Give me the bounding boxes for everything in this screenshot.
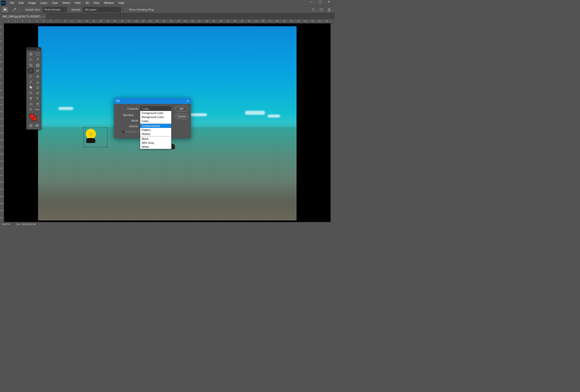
ruler-tick: 28 <box>206 20 208 22</box>
eyedropper-tool[interactable] <box>27 68 34 73</box>
quick-mask-button[interactable] <box>27 123 34 128</box>
ruler-tick: 2 7 <box>0 217 3 218</box>
ruler-horizontal: 0123456789101112131415161718192021222324… <box>4 19 335 23</box>
blur-tool[interactable] <box>34 85 41 90</box>
ruler-tick: 2 0 <box>0 167 3 169</box>
ruler-tick: 10 <box>78 20 81 22</box>
search-icon[interactable] <box>312 8 315 12</box>
workspace-icon[interactable] <box>320 8 323 12</box>
minimize-icon[interactable]: — <box>310 0 313 4</box>
tools-panel-header[interactable]: ◂◂× <box>26 47 41 50</box>
hand-tool[interactable] <box>34 101 41 107</box>
gradient-tool[interactable] <box>27 85 34 90</box>
menu-filter[interactable]: Filter <box>72 0 83 6</box>
clone-stamp-tool[interactable] <box>34 74 41 79</box>
ruler-tick: 9 <box>71 20 72 22</box>
ruler-tick: 31 <box>227 20 229 22</box>
dropdown-option[interactable]: Pattern <box>140 128 171 132</box>
menu-view[interactable]: View <box>91 0 102 6</box>
window-controls: — ▢ ✕ <box>310 0 335 4</box>
menu-window[interactable]: Window <box>102 0 116 6</box>
document-tab-title: IMG_0486.jpg @ 66,7% (RGB/8*) <box>3 15 40 18</box>
menu-select[interactable]: Select <box>60 0 73 6</box>
brush-tool[interactable] <box>27 74 34 79</box>
fg-swatch[interactable] <box>30 114 34 119</box>
svg-rect-1 <box>320 9 323 11</box>
healing-brush-tool[interactable] <box>34 68 41 73</box>
sun-sticker: 🙂 <box>86 129 96 139</box>
show-sampling-ring-checkbox[interactable]: ✓ Show Sampling Ring <box>125 8 153 11</box>
ruler-tick: 21 <box>156 20 158 22</box>
dropdown-option[interactable]: Color... <box>140 119 171 123</box>
menu-help[interactable]: Help <box>116 0 127 6</box>
shape-tool[interactable] <box>27 101 34 107</box>
rect-marquee-tool[interactable] <box>34 51 41 57</box>
dodge-tool[interactable] <box>27 90 34 96</box>
menu-layer[interactable]: Layer <box>38 0 50 6</box>
dropdown-option[interactable]: Black <box>140 137 171 141</box>
ruler-tick: 14 <box>107 20 109 22</box>
ruler-tick: 37 <box>269 20 271 22</box>
zoom-tool[interactable] <box>27 107 34 112</box>
document-tab[interactable]: IMG_0486.jpg @ 66,7% (RGB/8*) × <box>0 13 47 19</box>
dropdown-option[interactable]: Foreground Color <box>140 111 171 115</box>
close-tab-icon[interactable]: × <box>42 15 44 18</box>
dropdown-option[interactable]: White <box>140 145 171 149</box>
status-arrow-icon[interactable]: › <box>47 223 48 226</box>
close-icon[interactable]: ✕ <box>328 0 330 4</box>
svg-rect-10 <box>36 124 38 126</box>
type-tool[interactable] <box>27 96 34 101</box>
crop-tool[interactable] <box>27 63 34 68</box>
more-tools[interactable]: ••• <box>34 107 41 112</box>
zoom-status[interactable]: 66,67% <box>2 223 10 226</box>
ruler-tick: 18 <box>135 20 137 22</box>
ruler-tick: 2 <box>22 20 23 22</box>
screen-mode-button[interactable] <box>34 123 40 128</box>
doc-status[interactable]: Doc: 15,3M/15,3M <box>16 223 36 226</box>
ruler-tick: 35 <box>255 20 257 22</box>
menu-file[interactable]: File <box>8 0 17 6</box>
dropdown-option[interactable]: History <box>140 132 171 136</box>
color-swatches[interactable] <box>26 113 41 122</box>
menu-3d[interactable]: 3D <box>83 0 91 6</box>
ok-button[interactable]: OK <box>175 106 188 111</box>
path-select-tool[interactable] <box>34 96 41 101</box>
dialog-close-icon[interactable]: ✕ <box>187 99 189 103</box>
ruler-tick: 23 <box>170 20 172 22</box>
ruler-tick: 1 7 <box>0 146 3 148</box>
menu-edit[interactable]: Edit <box>17 0 26 6</box>
ruler-tick: 1 6 <box>0 139 3 141</box>
dropdown-option[interactable]: 50% Gray <box>140 141 171 145</box>
svg-point-6 <box>30 103 32 105</box>
pen-tool[interactable] <box>34 90 41 96</box>
eyedropper-tool-icon[interactable] <box>12 7 17 12</box>
contents-dropdown: Foreground ColorBackground ColorColor...… <box>140 111 171 149</box>
options-bar: ⌄ Sample Size: Point Sample Sample: All … <box>0 6 335 13</box>
history-brush-tool[interactable] <box>27 79 34 85</box>
sample-select[interactable]: All Layers <box>83 7 121 12</box>
contents-select[interactable]: Color... <box>141 106 171 111</box>
dialog-titlebar[interactable]: Fill ✕ <box>114 98 191 104</box>
lasso-tool[interactable] <box>27 57 34 62</box>
menu-image[interactable]: Image <box>26 0 38 6</box>
move-tool[interactable] <box>27 51 34 57</box>
ruler-tick: 16 <box>121 20 123 22</box>
ruler-tick: 1 2 <box>0 111 3 113</box>
share-icon[interactable] <box>327 8 331 12</box>
ruler-tick: 17 <box>128 20 130 22</box>
home-button[interactable] <box>2 7 8 12</box>
chevron-down-icon[interactable]: ⌄ <box>19 8 21 11</box>
dropdown-option[interactable]: Background Color <box>140 115 171 119</box>
dropdown-option[interactable]: Content-Aware <box>140 124 171 128</box>
maximize-icon[interactable]: ▢ <box>319 0 322 4</box>
ruler-tick: 12 <box>93 20 95 22</box>
marquee-selection[interactable]: 🙂 <box>83 127 107 147</box>
frame-tool[interactable] <box>34 63 41 68</box>
sample-size-select[interactable]: Point Sample <box>43 7 67 12</box>
menu-type[interactable]: Type <box>50 0 60 6</box>
cancel-button[interactable]: Cancel <box>175 114 188 119</box>
ruler-tick: 24 <box>177 20 180 22</box>
opacity-label: Opacity: <box>117 125 139 128</box>
magic-wand-tool[interactable] <box>34 57 41 62</box>
eraser-tool[interactable] <box>34 79 41 85</box>
